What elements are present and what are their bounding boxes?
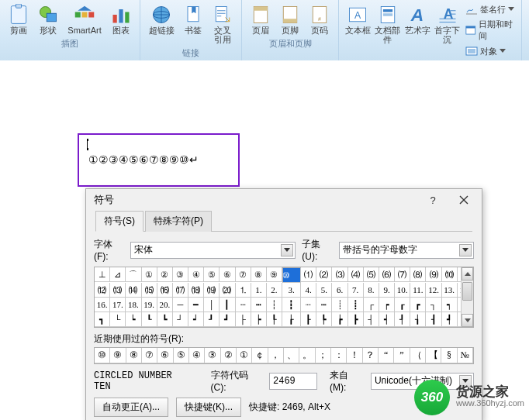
- symbol-cell[interactable]: ┊: [332, 298, 347, 312]
- scroll-up-button[interactable]: [462, 267, 473, 281]
- symbol-cell[interactable]: 13.: [442, 283, 458, 298]
- clipart-button[interactable]: 剪画: [5, 2, 33, 37]
- symbol-cell[interactable]: ┝: [251, 312, 267, 327]
- recent-cell[interactable]: ；: [316, 348, 331, 363]
- symbol-cell[interactable]: ┩: [442, 312, 458, 327]
- document-text[interactable]: ①②③④⑤⑥⑦⑧⑨⑩↵: [88, 153, 199, 167]
- footer-button[interactable]: 页脚: [276, 2, 304, 37]
- symbol-cell[interactable]: 19.: [142, 298, 157, 312]
- symbol-cell[interactable]: ⑥: [220, 267, 235, 282]
- recent-cell[interactable]: ，: [268, 348, 284, 363]
- recent-cell[interactable]: ”: [394, 348, 410, 363]
- symbol-cell[interactable]: ┏: [410, 298, 426, 312]
- symbol-cell[interactable]: ┦: [395, 312, 410, 327]
- symbol-cell[interactable]: ┉: [316, 298, 332, 312]
- symbol-cell[interactable]: ③: [173, 267, 188, 282]
- font-select[interactable]: 宋体: [130, 242, 296, 259]
- symbol-cell[interactable]: ─: [173, 298, 188, 312]
- symbol-cell[interactable]: 10.: [395, 283, 410, 298]
- symbol-cell[interactable]: ⒆: [204, 283, 220, 298]
- datetime-button[interactable]: 日期和时间: [463, 17, 517, 43]
- symbol-cell[interactable]: ⒃: [157, 283, 173, 298]
- quickparts-button[interactable]: 文档部件: [374, 2, 403, 59]
- symbol-cell[interactable]: ⑤: [204, 267, 220, 282]
- symbol-cell[interactable]: 9.: [379, 283, 395, 298]
- symbol-cell[interactable]: ⒁: [126, 283, 141, 298]
- symbol-cell[interactable]: ①: [142, 267, 157, 282]
- recent-cell[interactable]: “: [379, 348, 394, 363]
- recent-cell[interactable]: ⑩: [95, 348, 110, 363]
- symbol-cell[interactable]: ┤: [364, 312, 379, 327]
- recent-cell[interactable]: ①: [237, 348, 252, 363]
- symbol-cell[interactable]: ⊿: [110, 267, 126, 282]
- recent-cell[interactable]: §: [441, 348, 457, 363]
- tab-symbols[interactable]: 符号(S): [95, 211, 143, 232]
- symbol-cell[interactable]: ┥: [379, 312, 395, 327]
- symbol-cell[interactable]: └: [110, 312, 126, 327]
- symbol-cell[interactable]: ├: [236, 312, 251, 327]
- symbol-cell[interactable]: 8.: [364, 283, 379, 298]
- symbol-cell[interactable]: ⑸: [364, 267, 379, 282]
- symbol-cell[interactable]: ━: [188, 298, 204, 312]
- recent-cell[interactable]: ￠: [252, 348, 268, 363]
- recent-cell[interactable]: ？: [363, 348, 379, 363]
- symbol-cell[interactable]: ┟: [282, 312, 301, 327]
- symbol-cell[interactable]: ┠: [301, 312, 316, 327]
- symbol-cell[interactable]: ┘: [173, 312, 188, 327]
- recent-cell[interactable]: ⑦: [142, 348, 157, 363]
- tab-special[interactable]: 特殊字符(P): [145, 211, 212, 232]
- crossref-button[interactable]: 交叉 引用: [209, 2, 237, 46]
- recent-cell[interactable]: ④: [189, 348, 205, 363]
- symbol-cell[interactable]: ⑨: [267, 267, 282, 282]
- recent-cell[interactable]: ③: [205, 348, 220, 363]
- symbol-cell[interactable]: ⊥: [95, 267, 110, 282]
- shapes-button[interactable]: 形状: [34, 2, 62, 37]
- shortcutkey-button[interactable]: 快捷键(K)...: [176, 398, 241, 417]
- symbol-cell[interactable]: ┇: [282, 298, 301, 312]
- symbol-cell[interactable]: ┐: [426, 298, 441, 312]
- recent-cell[interactable]: ⑧: [126, 348, 142, 363]
- symbol-cell[interactable]: ⑵: [316, 267, 332, 282]
- symbol-cell[interactable]: ┕: [126, 312, 141, 327]
- recent-cell[interactable]: №: [458, 348, 473, 363]
- symbol-cell[interactable]: ┓: [95, 312, 110, 327]
- symbol-cell[interactable]: ┎: [395, 298, 410, 312]
- code-input[interactable]: 2469: [269, 373, 317, 390]
- symbol-cell[interactable]: 18.: [126, 298, 141, 312]
- symbol-cell[interactable]: 12.: [426, 283, 441, 298]
- recent-cell[interactable]: ⑥: [157, 348, 173, 363]
- symbol-cell[interactable]: ⒇: [220, 283, 235, 298]
- symbol-cell[interactable]: ┄: [236, 298, 251, 312]
- symbol-cell[interactable]: ⒅: [188, 283, 204, 298]
- recent-cell[interactable]: ⑤: [174, 348, 189, 363]
- object-button[interactable]: 对象: [463, 43, 517, 59]
- symbol-cell[interactable]: ⑺: [395, 267, 410, 282]
- symbol-cell[interactable]: ⑷: [348, 267, 364, 282]
- scroll-thumb[interactable]: [462, 282, 472, 301]
- symbol-cell[interactable]: ┢: [332, 312, 347, 327]
- symbol-cell[interactable]: ⑴: [301, 267, 316, 282]
- header-button[interactable]: 页眉: [247, 2, 275, 37]
- symbol-cell[interactable]: ┋: [348, 298, 364, 312]
- symbol-cell[interactable]: ⑧: [251, 267, 267, 282]
- symbol-cell[interactable]: ┅: [251, 298, 267, 312]
- symbol-cell[interactable]: 5.: [316, 283, 332, 298]
- close-button[interactable]: [449, 191, 479, 208]
- symbol-cell[interactable]: 20.: [157, 298, 173, 312]
- symbol-cell[interactable]: ⑦: [236, 267, 251, 282]
- recent-cell[interactable]: ⑨: [110, 348, 126, 363]
- symbol-cell[interactable]: ④: [188, 267, 204, 282]
- recent-cell[interactable]: 、: [284, 348, 299, 363]
- symbol-cell[interactable]: ┆: [267, 298, 282, 312]
- symbol-cell[interactable]: ⌒: [126, 267, 141, 282]
- symbol-cell[interactable]: 17.: [110, 298, 126, 312]
- symbol-cell[interactable]: ┍: [379, 298, 395, 312]
- symbol-cell[interactable]: ┞: [267, 312, 282, 327]
- recent-cell[interactable]: 。: [299, 348, 315, 363]
- symbol-cell[interactable]: ┙: [188, 312, 204, 327]
- dropcap-button[interactable]: A首字下沉: [434, 2, 462, 59]
- symbol-cell[interactable]: ┑: [442, 298, 458, 312]
- wordart-button[interactable]: A艺术字: [403, 2, 432, 59]
- symbol-cell[interactable]: ┨: [426, 312, 441, 327]
- symbol-cell[interactable]: 6.: [332, 283, 347, 298]
